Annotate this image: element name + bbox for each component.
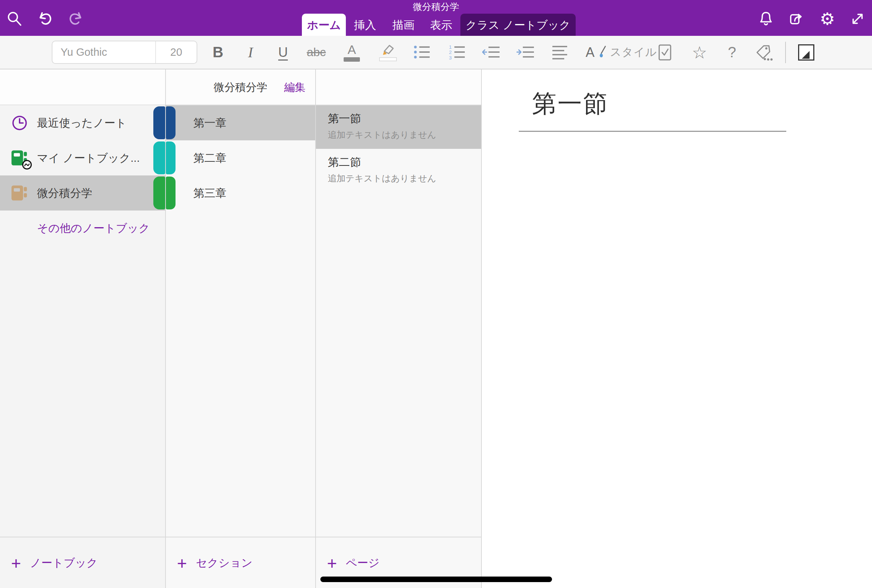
sidebar-item-calculus[interactable]: 微分積分学 <box>0 176 165 210</box>
sync-badge-icon <box>22 160 32 170</box>
pages-header <box>316 69 481 105</box>
notebook-tan-icon <box>11 184 29 202</box>
more-notebooks-link[interactable]: その他のノートブック <box>37 210 150 246</box>
gear-icon: ⚙ <box>819 10 834 28</box>
sidebar-item-my-notebook[interactable]: マイ ノートブック... <box>0 140 165 176</box>
font-size-value[interactable]: 20 <box>155 41 197 63</box>
notebook-green-icon <box>11 149 29 167</box>
plus-icon: + <box>177 555 187 572</box>
tab-insert[interactable]: 挿入 <box>354 14 376 36</box>
plus-icon: + <box>11 555 21 572</box>
clock-icon <box>11 114 29 132</box>
expand-icon <box>849 10 866 28</box>
highlighter-icon <box>379 43 397 57</box>
share-button[interactable] <box>788 10 806 28</box>
page-view-button[interactable] <box>798 36 814 69</box>
underline-button[interactable]: U <box>278 36 288 69</box>
page-title-underline <box>519 131 786 132</box>
italic-button[interactable]: I <box>248 36 253 69</box>
font-family-value[interactable]: Yu Gothic <box>53 46 155 58</box>
outdent-icon <box>482 44 500 61</box>
formatting-toolbar: Yu Gothic 20 B I U abc A 1 2 3 <box>0 36 872 69</box>
notebook-color-tab <box>153 177 165 209</box>
bold-button[interactable]: B <box>213 36 224 69</box>
font-color-button[interactable]: A <box>344 36 360 69</box>
styles-label: スタイル <box>610 45 657 60</box>
tab-home[interactable]: ホーム <box>302 14 346 36</box>
top-app-bar: 微分積分学 ホーム 挿入 描画 表示 クラス ノートブック ⚙ <box>0 0 872 36</box>
tag-icon <box>755 44 773 61</box>
notebooks-panel: 最近使ったノート マイ ノートブック... 微分積 <box>0 69 165 588</box>
brush-icon <box>598 45 606 60</box>
settings-button[interactable]: ⚙ <box>818 10 836 28</box>
svg-text:3: 3 <box>449 55 452 60</box>
outdent-button[interactable] <box>482 36 500 69</box>
font-color-swatch <box>344 57 360 62</box>
font-color-letter: A <box>348 43 356 56</box>
notebook-color-tab <box>153 141 165 174</box>
question-tag-button[interactable]: ? <box>728 36 736 69</box>
tag-button[interactable] <box>755 36 773 69</box>
sidebar-item-label: 微分積分学 <box>37 176 92 210</box>
divider-sidebar-sections <box>165 69 166 588</box>
sidebar-item-label: マイ ノートブック... <box>37 140 140 176</box>
page-item-1[interactable]: 第一節 追加テキストはありません <box>316 105 481 149</box>
important-tag-button[interactable]: ☆ <box>692 36 707 69</box>
tab-class-notebook[interactable]: クラス ノートブック <box>461 14 576 36</box>
notifications-button[interactable] <box>757 10 775 28</box>
note-page-icon <box>798 44 814 61</box>
highlight-button[interactable] <box>379 36 397 69</box>
pages-panel: 第一節 追加テキストはありません 第二節 追加テキストはありません + ページ <box>316 69 481 588</box>
bullet-list-button[interactable] <box>413 36 431 69</box>
sidebar-item-recent-notes[interactable]: 最近使ったノート <box>0 105 165 140</box>
page-title-text[interactable]: 第一節 <box>532 87 609 120</box>
section-item-2[interactable]: 第二章 <box>166 140 315 176</box>
divider-sections-pages <box>315 69 316 588</box>
page-subtitle: 追加テキストはありません <box>328 129 436 141</box>
divider-pages-content <box>481 69 482 588</box>
sections-footer: + セクション <box>166 537 315 588</box>
styles-button[interactable]: A スタイル <box>585 36 657 69</box>
sections-panel: 微分積分学 編集 第一章 第二章 第三章 + セクション <box>166 69 315 588</box>
font-picker[interactable]: Yu Gothic 20 <box>52 40 197 64</box>
tab-view[interactable]: 表示 <box>430 14 452 36</box>
fullscreen-button[interactable] <box>848 10 867 28</box>
add-notebook-button[interactable]: + ノートブック <box>11 537 98 588</box>
sections-header: 微分積分学 編集 <box>166 69 315 105</box>
tab-draw[interactable]: 描画 <box>392 14 414 36</box>
bell-icon <box>757 10 775 28</box>
star-icon: ☆ <box>692 44 707 61</box>
indent-button[interactable] <box>516 36 534 69</box>
indent-icon <box>516 44 534 61</box>
page-item-2[interactable]: 第二節 追加テキストはありません <box>316 149 481 192</box>
svg-text:1: 1 <box>449 44 452 50</box>
alignment-icon <box>552 44 568 61</box>
plus-icon: + <box>327 555 337 572</box>
section-color-stripe <box>166 106 176 139</box>
toolbar-divider <box>785 42 786 63</box>
page-canvas[interactable]: 第一節 <box>482 69 872 588</box>
page-subtitle: 追加テキストはありません <box>328 172 436 184</box>
notebooks-footer: + ノートブック <box>0 537 165 588</box>
edit-button[interactable]: 編集 <box>284 69 306 105</box>
question-icon: ? <box>728 44 736 61</box>
section-color-stripe <box>166 141 176 174</box>
notebooks-header <box>0 69 165 105</box>
alignment-button[interactable] <box>552 36 568 69</box>
section-color-stripe <box>166 177 176 209</box>
section-item-3[interactable]: 第三章 <box>166 176 315 210</box>
ribbon-tabs: ホーム 挿入 描画 表示 クラス ノートブック <box>0 14 872 36</box>
numbered-list-icon: 1 2 3 <box>449 44 465 61</box>
note-fold-shape <box>802 51 810 59</box>
notebook-title: 微分積分学 <box>0 1 872 12</box>
styles-letter: A <box>585 45 594 60</box>
section-item-1[interactable]: 第一章 <box>166 105 315 140</box>
add-section-button[interactable]: + セクション <box>177 537 252 588</box>
home-indicator[interactable] <box>320 576 552 582</box>
strikethrough-button[interactable]: abc <box>307 36 326 69</box>
todo-tag-button[interactable] <box>658 36 672 69</box>
notebook-color-tab <box>153 106 165 139</box>
numbered-list-button[interactable]: 1 2 3 <box>449 36 465 69</box>
bullet-list-icon <box>413 44 431 61</box>
sidebar-item-label: 最近使ったノート <box>37 105 127 140</box>
